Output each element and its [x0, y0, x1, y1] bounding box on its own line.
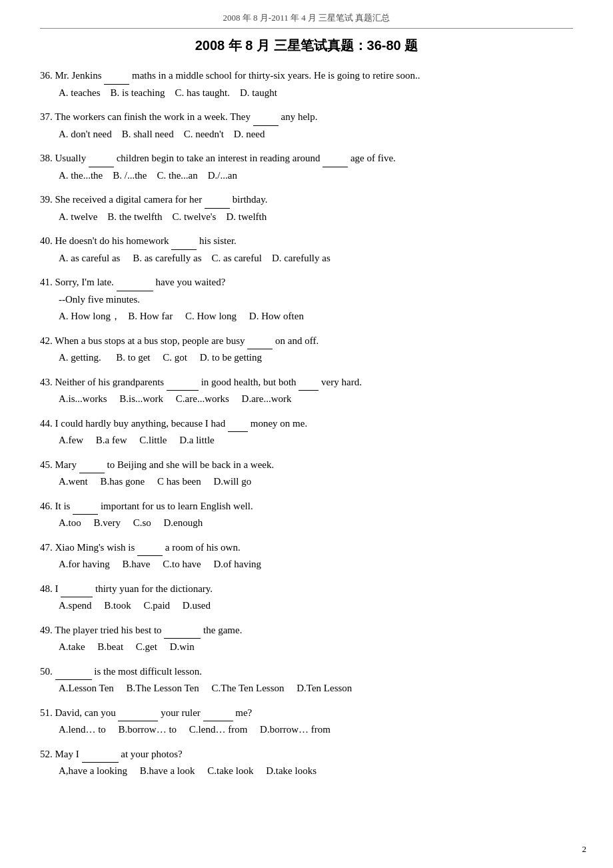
- q38-blank1: [89, 149, 114, 167]
- q50-number: 50.: [40, 666, 53, 677]
- q43-blank1: [167, 373, 199, 391]
- q42-text: 42. When a bus stops at a bus stop, peop…: [40, 332, 573, 350]
- q36-text: 36. Mr. Jenkins maths in a middle school…: [40, 67, 573, 85]
- q50-options: A.Lesson Ten B.The Lesson Ten C.The Ten …: [40, 680, 573, 697]
- q43-text: 43. Neither of his grandparents in good …: [40, 373, 573, 391]
- q38-number: 38. Usually: [40, 153, 86, 163]
- q48-after: thirty yuan for the dictionary.: [95, 583, 213, 594]
- q38-mid: children begin to take an interest in re…: [117, 153, 320, 163]
- page-container: 2008 年 8 月-2011 年 4 月 三星笔试 真题汇总 2008 年 8…: [0, 0, 613, 868]
- q50-blank: [55, 663, 92, 681]
- q39-text: 39. She received a digital camera for he…: [40, 191, 573, 209]
- question-37: 37. The workers can finish the work in a…: [40, 108, 573, 143]
- q36-after: maths in a middle school for thirty-six …: [132, 70, 420, 81]
- q38-options: A. the...the B. /...the C. the...an D./.…: [40, 167, 573, 185]
- q50-after: is the most difficult lesson.: [94, 666, 202, 677]
- q42-blank: [247, 332, 273, 350]
- page-title: 2008 年 8 月 三星笔试真题：36-80 题: [40, 37, 573, 55]
- q52-blank: [82, 745, 119, 763]
- q42-after: on and off.: [275, 335, 318, 346]
- q44-blank: [228, 415, 248, 433]
- q48-options: A.spend B.took C.paid D.used: [40, 597, 573, 615]
- q45-after: to Beijing and she will be back in a wee…: [107, 459, 275, 470]
- q46-number: 46. It is: [40, 501, 70, 511]
- question-43: 43. Neither of his grandparents in good …: [40, 373, 573, 408]
- q44-number: 44. I could hardly buy anything, because…: [40, 418, 225, 429]
- q44-options: A.few B.a few C.little D.a little: [40, 432, 573, 449]
- q37-text: 37. The workers can finish the work in a…: [40, 108, 573, 126]
- q46-after: important for us to learn English well.: [101, 501, 253, 511]
- question-51: 51. David, can you your ruler me? A.lend…: [40, 704, 573, 739]
- q48-number: 48. I: [40, 583, 59, 594]
- question-38: 38. Usually children begin to take an in…: [40, 149, 573, 184]
- q43-after: very hard.: [321, 377, 362, 387]
- q36-number: 36. Mr. Jenkins: [40, 70, 102, 81]
- q41-number: 41. Sorry, I'm late.: [40, 277, 114, 287]
- q41-text: 41. Sorry, I'm late. have you waited?: [40, 273, 573, 291]
- q51-text: 51. David, can you your ruler me?: [40, 704, 573, 722]
- question-52: 52. May I at your photos? A,have a looki…: [40, 745, 573, 780]
- q49-number: 49. The player tried his best to: [40, 625, 162, 635]
- q40-number: 40. He doesn't do his homework: [40, 235, 169, 246]
- q48-text: 48. I thirty yuan for the dictionary.: [40, 580, 573, 598]
- q37-blank: [253, 108, 279, 126]
- q46-blank: [73, 497, 98, 515]
- q36-blank: [104, 67, 129, 85]
- q49-text: 49. The player tried his best to the gam…: [40, 621, 573, 639]
- question-47: 47. Xiao Ming's wish is a room of his ow…: [40, 539, 573, 573]
- q52-text: 52. May I at your photos?: [40, 745, 573, 763]
- q39-blank: [205, 191, 230, 209]
- q44-after: money on me.: [251, 418, 307, 429]
- q46-text: 46. It is important for us to learn Engl…: [40, 497, 573, 515]
- q47-options: A.for having B.have C.to have D.of havin…: [40, 556, 573, 573]
- q49-options: A.take B.beat C.get D.win: [40, 639, 573, 656]
- q43-number: 43. Neither of his grandparents: [40, 377, 164, 387]
- question-41: 41. Sorry, I'm late. have you waited? --…: [40, 273, 573, 325]
- question-44: 44. I could hardly buy anything, because…: [40, 415, 573, 449]
- q37-number: 37. The workers can finish the work in a…: [40, 111, 251, 122]
- q50-text: 50. is the most difficult lesson.: [40, 663, 573, 681]
- question-50: 50. is the most difficult lesson. A.Less…: [40, 663, 573, 697]
- q42-options: A. getting. B. to get C. got D. to be ge…: [40, 349, 573, 367]
- q51-number: 51. David, can you: [40, 707, 116, 718]
- question-36: 36. Mr. Jenkins maths in a middle school…: [40, 67, 573, 101]
- q49-after: the game.: [203, 625, 242, 635]
- q37-options: A. don't need B. shall need C. needn't D…: [40, 126, 573, 143]
- header-text: 2008 年 8 月-2011 年 4 月 三星笔试 真题汇总: [223, 13, 390, 23]
- q47-number: 47. Xiao Ming's wish is: [40, 542, 135, 553]
- question-45: 45. Mary to Beijing and she will be back…: [40, 456, 573, 491]
- q46-options: A.too B.very C.so D.enough: [40, 515, 573, 532]
- q36-options: A. teaches B. is teaching C. has taught.…: [40, 85, 573, 102]
- q43-blank2: [299, 373, 318, 391]
- q41-extra: --Only five minutes.: [40, 291, 573, 309]
- q39-number: 39. She received a digital camera for he…: [40, 194, 202, 205]
- page-number: 2: [582, 844, 587, 855]
- q41-options: A. How long， B. How far C. How long D. H…: [40, 308, 573, 325]
- question-48: 48. I thirty yuan for the dictionary. A.…: [40, 580, 573, 615]
- question-40: 40. He doesn't do his homework his siste…: [40, 232, 573, 267]
- q39-options: A. twelve B. the twelfth C. twelve's D. …: [40, 209, 573, 226]
- q43-options: A.is...works B.is...work C.are...works D…: [40, 391, 573, 408]
- question-42: 42. When a bus stops at a bus stop, peop…: [40, 332, 573, 367]
- q43-mid: in good health, but both: [201, 377, 297, 387]
- q41-blank: [117, 273, 153, 291]
- q40-text: 40. He doesn't do his homework his siste…: [40, 232, 573, 250]
- q41-after: have you waited?: [155, 277, 225, 287]
- q52-options: A,have a looking B.have a look C.take lo…: [40, 763, 573, 780]
- q38-text: 38. Usually children begin to take an in…: [40, 149, 573, 167]
- q47-text: 47. Xiao Ming's wish is a room of his ow…: [40, 539, 573, 557]
- header-bar: 2008 年 8 月-2011 年 4 月 三星笔试 真题汇总: [40, 12, 573, 29]
- q51-blank2: [203, 704, 233, 722]
- q45-text: 45. Mary to Beijing and she will be back…: [40, 456, 573, 474]
- q45-number: 45. Mary: [40, 459, 77, 470]
- q44-text: 44. I could hardly buy anything, because…: [40, 415, 573, 433]
- q49-blank: [164, 621, 201, 639]
- q51-blank1: [118, 704, 158, 722]
- q38-after: age of five.: [350, 153, 396, 163]
- q38-blank2: [322, 149, 348, 167]
- q51-mid: your ruler: [161, 707, 201, 718]
- q45-options: A.went B.has gone C has been D.will go: [40, 473, 573, 491]
- q51-after: me?: [235, 707, 252, 718]
- q40-options: A. as careful as B. as carefully as C. a…: [40, 250, 573, 267]
- q47-after: a room of his own.: [165, 542, 241, 553]
